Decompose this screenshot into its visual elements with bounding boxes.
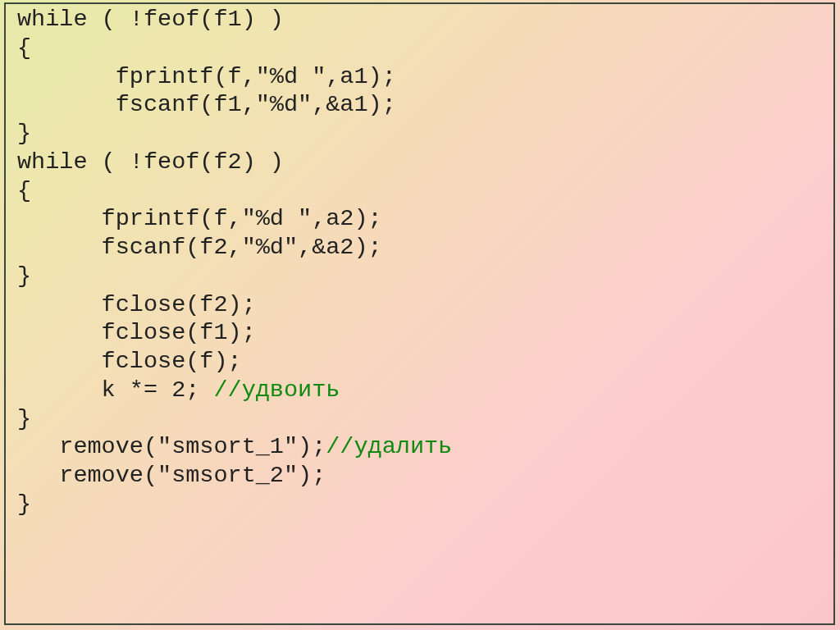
code-line: fscanf(f2,"%d",&a2);: [17, 234, 382, 261]
code-line: fprintf(f,"%d ",a2);: [17, 205, 382, 232]
slide-frame: while ( !feof(f1) ) { fprintf(f,"%d ",a1…: [4, 2, 835, 625]
slide-background: while ( !feof(f1) ) { fprintf(f,"%d ",a1…: [0, 0, 840, 630]
code-line: while ( !feof(f1) ): [17, 6, 284, 33]
code-line: }: [17, 262, 31, 290]
code-line: fscanf(f1,"%d",&a1);: [17, 91, 396, 118]
code-line: remove("smsort_2");: [17, 462, 326, 489]
code-line: }: [17, 120, 31, 147]
code-line: while ( !feof(f2) ): [17, 148, 284, 176]
code-line: remove("smsort_1");: [17, 433, 326, 460]
code-block: while ( !feof(f1) ) { fprintf(f,"%d ",a1…: [17, 6, 822, 519]
code-line: {: [17, 177, 31, 204]
code-line: fprintf(f,"%d ",a1);: [17, 63, 396, 90]
code-comment: //удалить: [326, 433, 452, 460]
code-line: fclose(f);: [17, 348, 242, 375]
code-line: fclose(f2);: [17, 291, 256, 318]
code-line: }: [17, 491, 31, 518]
code-line: k *= 2;: [17, 377, 213, 404]
code-line: {: [17, 34, 31, 62]
code-line: }: [17, 405, 31, 432]
code-line: fclose(f1);: [17, 319, 256, 346]
code-comment: //удвоить: [213, 377, 340, 404]
